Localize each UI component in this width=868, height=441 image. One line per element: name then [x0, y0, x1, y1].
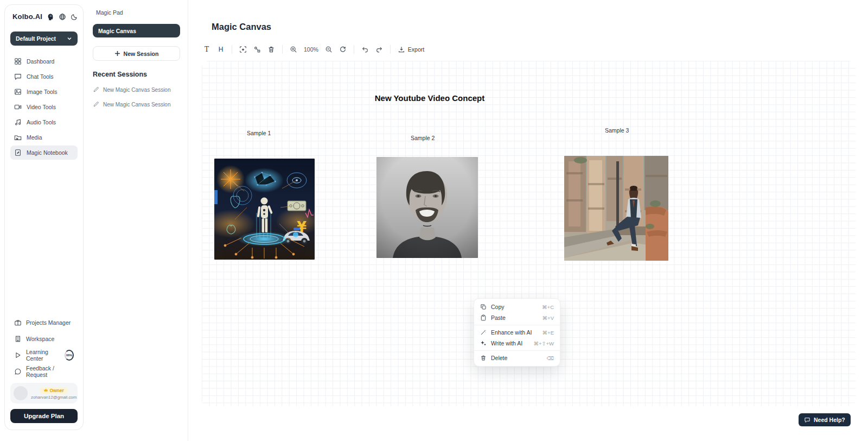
context-menu-shortcut: ⌫	[547, 355, 554, 361]
context-menu-item-delete[interactable]: Delete ⌫	[474, 352, 560, 363]
delete-tool-button[interactable]	[265, 43, 277, 55]
text-tool-button[interactable]: T	[201, 43, 213, 55]
new-session-button[interactable]: New Session	[93, 46, 180, 61]
footer-item-label: Feedback / Request	[26, 365, 74, 378]
ai-select-tool-button[interactable]	[237, 43, 249, 55]
context-menu-divider	[474, 350, 560, 351]
tab-magic-pad[interactable]: Magic Pad	[93, 8, 180, 17]
text-tool-label: T	[205, 46, 209, 53]
sidebar-item-label: Dashboard	[27, 58, 54, 65]
context-menu-item-write-with-ai[interactable]: Write with AI ⌘+⇧+W	[474, 338, 560, 349]
feedback-chat-icon	[14, 368, 22, 375]
sidebar-nav: Dashboard Chat Tools Image Tools Video T…	[10, 54, 78, 160]
project-selector-label: Default Project	[16, 35, 56, 42]
new-session-label: New Session	[124, 51, 159, 57]
sample-3-label[interactable]: Sample 3	[605, 127, 629, 134]
ai-select-icon	[239, 46, 247, 53]
upgrade-plan-button[interactable]: Upgrade Plan	[10, 409, 78, 423]
canvas-heading[interactable]: New Youtube Video Concept	[316, 93, 544, 103]
sidebar-item-chat-tools[interactable]: Chat Tools	[10, 70, 78, 84]
video-icon	[14, 103, 22, 111]
footer-item-label: Learning Center	[26, 349, 59, 362]
user-account-card[interactable]: Owner zoharvan12@gmail.com	[10, 383, 78, 404]
owner-badge-label: Owner	[49, 388, 63, 393]
sidebar-item-label: Media	[27, 134, 42, 141]
sidebar-item-image-tools[interactable]: Image Tools	[10, 85, 78, 99]
rotate-reset-icon	[339, 46, 347, 53]
heading-tool-label: H	[219, 46, 224, 53]
tab-magic-canvas[interactable]: Magic Canvas	[93, 24, 180, 37]
play-icon	[14, 351, 22, 359]
canvas-toolbar: T H 100% Export	[201, 42, 861, 56]
download-icon	[398, 46, 405, 53]
paste-icon	[480, 314, 487, 321]
sidebar-footer-nav: Projects Manager Workspace Learning Cent…	[10, 317, 78, 377]
logo-text: Kolbo.AI	[12, 12, 42, 21]
sidebar-item-dashboard[interactable]: Dashboard	[10, 54, 78, 68]
sidebar: Kolbo.AI Default Project Dashboard Chat …	[4, 4, 84, 430]
image-icon	[14, 88, 22, 96]
context-menu-shortcut: ⌘+E	[542, 330, 554, 336]
zoom-level: 100%	[302, 46, 321, 53]
footer-item-label: Workspace	[26, 336, 54, 342]
notebook-icon	[14, 149, 22, 156]
media-folder-icon	[14, 134, 22, 141]
context-menu-item-enhance-with-ai[interactable]: Enhance with AI ⌘+E	[474, 327, 560, 338]
sample-2-label[interactable]: Sample 2	[411, 135, 435, 141]
undo-button[interactable]	[359, 43, 371, 55]
recent-sessions-heading: Recent Sessions	[93, 71, 180, 78]
sidebar-item-label: Audio Tools	[27, 119, 56, 125]
sidebar-item-audio-tools[interactable]: Audio Tools	[10, 115, 78, 129]
plus-icon	[114, 51, 120, 56]
session-list-item[interactable]: New Magic Canvas Session	[93, 101, 180, 108]
heading-tool-button[interactable]: H	[215, 43, 227, 55]
avatar	[14, 386, 28, 400]
sidebar-item-workspace[interactable]: Workspace	[10, 333, 78, 345]
context-menu-shortcut: ⌘+⇧+W	[533, 341, 554, 346]
project-selector[interactable]: Default Project	[10, 32, 78, 46]
footer-item-label: Projects Manager	[26, 319, 71, 326]
sidebar-item-magic-notebook[interactable]: Magic Notebook	[10, 146, 78, 160]
reset-view-button[interactable]	[337, 43, 349, 55]
sidebar-item-projects-manager[interactable]: Projects Manager	[10, 317, 78, 329]
bw-man-portrait-image[interactable]	[376, 157, 478, 258]
crown-icon	[43, 388, 48, 393]
session-item-label: New Magic Canvas Session	[103, 102, 171, 108]
sidebar-item-video-tools[interactable]: Video Tools	[10, 100, 78, 114]
zoom-in-button[interactable]	[288, 43, 299, 55]
context-menu-label: Delete	[491, 355, 542, 361]
connector-nodes-icon	[253, 46, 261, 53]
sidebar-item-media[interactable]: Media	[10, 130, 78, 144]
ai-robot-collage-image[interactable]: ¥	[214, 159, 315, 260]
zoom-out-button[interactable]	[323, 43, 335, 55]
sidebar-item-label: Magic Notebook	[27, 149, 68, 156]
connector-tool-button[interactable]	[251, 43, 263, 55]
copy-icon	[480, 304, 487, 310]
export-button[interactable]: Export	[395, 46, 426, 53]
trash-icon	[267, 46, 275, 53]
toolbar-divider	[354, 45, 354, 54]
progress-badge: 66%	[65, 350, 74, 361]
context-menu-item-copy[interactable]: Copy ⌘+C	[474, 301, 560, 312]
trash-icon	[480, 355, 487, 361]
help-chat-icon	[804, 417, 810, 423]
building-icon	[14, 335, 22, 343]
pencil-icon	[93, 86, 99, 93]
session-list-item[interactable]: New Magic Canvas Session	[93, 86, 180, 93]
redo-button[interactable]	[373, 43, 385, 55]
zoom-out-icon	[325, 46, 333, 53]
sample-1-label[interactable]: Sample 1	[247, 130, 271, 136]
context-menu-shortcut: ⌘+C	[542, 304, 554, 310]
page-title: Magic Canvas	[212, 22, 271, 32]
sidebar-item-label: Image Tools	[27, 89, 57, 95]
sidebar-item-learning-center[interactable]: Learning Center 66%	[10, 349, 78, 361]
globe-icon[interactable]	[59, 13, 66, 21]
man-on-ruins-image[interactable]	[564, 156, 668, 261]
moon-icon[interactable]	[71, 13, 78, 21]
context-menu-item-paste[interactable]: Paste ⌘+V	[474, 312, 560, 323]
audio-icon	[14, 118, 22, 126]
sidebar-item-feedback-request[interactable]: Feedback / Request	[10, 366, 78, 377]
toolbar-divider	[390, 45, 391, 54]
need-help-button[interactable]: Need Help?	[799, 413, 851, 426]
export-label: Export	[408, 46, 424, 53]
